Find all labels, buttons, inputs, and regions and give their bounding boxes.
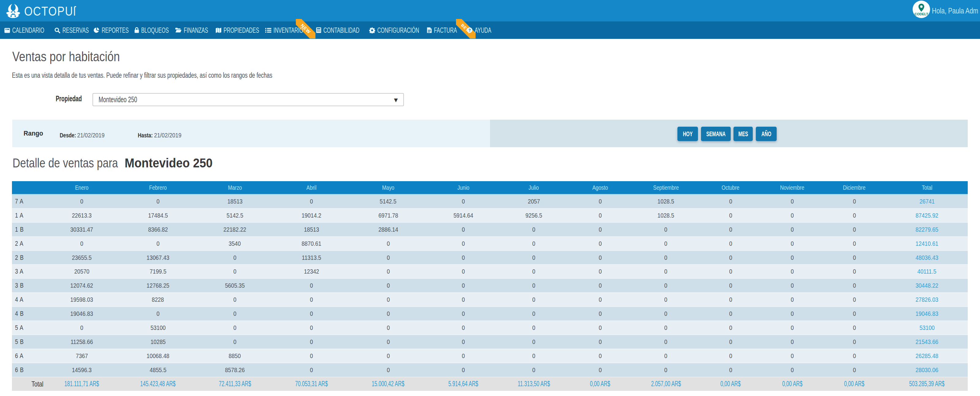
svg-text:?: ? (469, 28, 471, 32)
svg-text:CODELT: CODELT (915, 12, 928, 16)
